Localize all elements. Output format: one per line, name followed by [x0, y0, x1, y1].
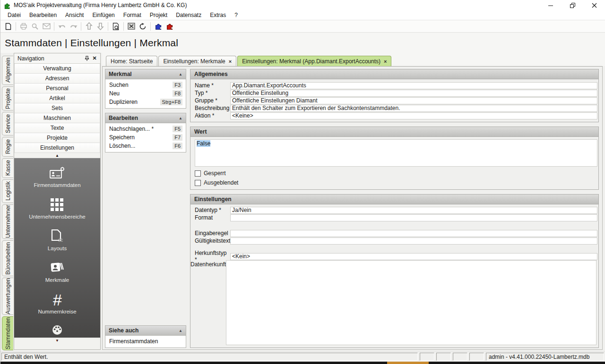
- document-tab-bar: Home: Startseite Einstellungen: Merkmale…: [102, 53, 605, 66]
- module-tab-kasse[interactable]: Kasse: [2, 158, 13, 178]
- panel-spacer: [105, 157, 186, 325]
- datentyp-field[interactable]: Ja/Nein: [230, 207, 597, 214]
- nav-item-firmenstammdaten[interactable]: Firmenstammdaten: [34, 166, 80, 197]
- print-preview-icon[interactable]: [29, 21, 41, 32]
- nav-button-einstellungen[interactable]: Einstellungen: [14, 143, 100, 153]
- undo-icon[interactable]: [56, 21, 68, 32]
- action-neu[interactable]: Neu F8: [105, 89, 186, 98]
- action-group-merkmal: Merkmal ▲ Suchen F3 Neu F8 Duplizieren S…: [105, 69, 186, 109]
- close-panel-icon[interactable]: ✕: [91, 55, 98, 62]
- nav-button-sets[interactable]: Sets: [14, 103, 100, 113]
- group-header[interactable]: Merkmal ▲: [105, 69, 186, 79]
- nav-button-adressen[interactable]: Adressen: [14, 74, 100, 84]
- beschreibung-field[interactable]: Enthält den Schalter zum Exportieren der…: [230, 105, 597, 112]
- ausgeblendet-checkbox[interactable]: [195, 180, 201, 186]
- group-header[interactable]: Siehe auch ▲: [105, 326, 186, 336]
- tab-close-icon[interactable]: ×: [229, 59, 232, 64]
- menu-format[interactable]: Format: [119, 11, 146, 19]
- menu-bearbeiten[interactable]: Bearbeiten: [25, 11, 61, 19]
- plugin-red-icon[interactable]: [164, 21, 175, 32]
- tab-close-icon[interactable]: ×: [384, 59, 387, 64]
- scroll-down-button[interactable]: ▼: [14, 338, 100, 343]
- group-header[interactable]: Bearbeiten ▲: [105, 113, 186, 123]
- module-tab-unternehmer[interactable]: Unternehmer: [2, 204, 13, 239]
- shortcut-badge: F5: [173, 126, 182, 132]
- menu-einfuegen[interactable]: Einfügen: [88, 11, 119, 19]
- module-tab-regie[interactable]: Regie: [2, 137, 13, 157]
- nav-button-projekte[interactable]: Projekte: [14, 133, 100, 143]
- nav-button-texte[interactable]: Texte: [14, 123, 100, 133]
- collapse-icon[interactable]: ▲: [179, 116, 182, 120]
- action-speichern[interactable]: Speichern F7: [105, 133, 186, 142]
- nav-button-verwaltung[interactable]: Verwaltung: [14, 64, 100, 74]
- tab-page: Merkmal ▲ Suchen F3 Neu F8 Duplizieren S…: [102, 66, 603, 350]
- action-suchen[interactable]: Suchen F3: [105, 81, 186, 89]
- nav-button-maschinen[interactable]: Maschinen: [14, 113, 100, 123]
- restore-button[interactable]: [562, 0, 583, 10]
- eingaberegel-field[interactable]: [230, 230, 597, 237]
- gesperrt-checkbox[interactable]: [195, 170, 201, 177]
- collapse-icon[interactable]: ▲: [179, 72, 182, 76]
- move-up-icon[interactable]: [83, 21, 95, 32]
- action-duplizieren[interactable]: Duplizieren Strg+F8: [105, 98, 186, 106]
- status-bar: Enthält den Wert. admin - v4.41.000.2245…: [0, 351, 605, 362]
- nav-button-personal[interactable]: Personal: [14, 84, 100, 93]
- field-label-datentyp: Datentyp *: [190, 207, 230, 213]
- menu-projekt[interactable]: Projekt: [146, 11, 172, 19]
- nav-item-merkmale[interactable]: Merkmale: [45, 261, 69, 292]
- herkunftstyp-field[interactable]: <Kein>: [230, 253, 597, 260]
- nav-item-unternehmensbereiche[interactable]: Unternehmensbereiche: [29, 197, 86, 229]
- move-down-icon[interactable]: [95, 21, 106, 32]
- nav-button-artikel[interactable]: Artikel: [14, 93, 100, 103]
- wert-textarea[interactable]: False: [195, 139, 597, 167]
- module-tab-auswertungen[interactable]: Auswertungen: [2, 278, 13, 315]
- menu-ansicht[interactable]: Ansicht: [61, 11, 88, 19]
- menu-extras[interactable]: Extras: [206, 11, 230, 19]
- section-einstellungen: Einstellungen Datentyp * Ja/Nein Format …: [190, 194, 599, 348]
- datenherkunft-field[interactable]: [226, 260, 596, 345]
- aktion-field[interactable]: <Keine>: [230, 112, 597, 119]
- section-header: Wert: [190, 127, 598, 137]
- module-tab-logistik[interactable]: Logistik: [2, 179, 13, 203]
- plugin-blue-icon[interactable]: [153, 21, 164, 32]
- menu-help[interactable]: ?: [230, 11, 242, 19]
- print-icon[interactable]: [18, 21, 29, 32]
- table-icon[interactable]: [126, 21, 137, 32]
- tab-einstellungen-merkmal-active[interactable]: Einstellungen: Merkmal (App.Diamant.Expo…: [237, 56, 391, 66]
- module-tab-service[interactable]: Service: [2, 112, 13, 135]
- mail-icon[interactable]: [41, 21, 52, 32]
- pin-icon[interactable]: [83, 55, 91, 62]
- tab-home-startseite[interactable]: Home: Startseite: [106, 56, 157, 66]
- redo-icon[interactable]: [68, 21, 79, 32]
- ausgeblendet-label: Ausgeblendet: [204, 179, 238, 186]
- format-field[interactable]: [230, 214, 597, 221]
- lookup-document-icon[interactable]: [110, 21, 121, 32]
- module-tab-projekte[interactable]: Projekte: [2, 86, 13, 111]
- action-nachschlagen[interactable]: Nachschlagen... * F5: [105, 125, 186, 133]
- nav-item-layouts[interactable]: Layouts: [48, 229, 67, 261]
- close-button[interactable]: [583, 0, 605, 10]
- name-field[interactable]: App.Diamant.ExportAccounts: [230, 82, 597, 89]
- gesperrt-label: Gesperrt: [204, 170, 226, 177]
- module-tab-allgemein[interactable]: Allgemein: [2, 56, 13, 85]
- module-tab-bueroarbeiten[interactable]: Büroarbeiten: [2, 240, 13, 276]
- section-header: Einstellungen: [190, 195, 598, 204]
- action-loeschen[interactable]: Löschen... F6: [105, 142, 186, 150]
- app-puzzle-icon: [4, 2, 11, 9]
- collapse-icon[interactable]: ▲: [179, 329, 182, 333]
- new-document-icon[interactable]: [2, 21, 14, 32]
- navigation-title: Navigation: [17, 55, 83, 62]
- nav-item-more[interactable]: [49, 324, 65, 336]
- gueltigkeitstext-field[interactable]: [230, 237, 597, 245]
- nav-item-nummernkreise[interactable]: # Nummernkreise: [38, 292, 76, 324]
- menu-datei[interactable]: Datei: [3, 11, 25, 19]
- scroll-up-button[interactable]: ▲: [14, 153, 100, 158]
- module-tab-stammdaten[interactable]: Stammdaten: [2, 316, 13, 350]
- typ-field[interactable]: Öffentliche Einstellung: [230, 90, 597, 97]
- refresh-icon[interactable]: [137, 21, 148, 32]
- action-firmenstammdaten-link[interactable]: Firmenstammdaten: [105, 337, 186, 346]
- minimize-button[interactable]: [540, 0, 562, 10]
- tab-einstellungen-merkmale[interactable]: Einstellungen: Merkmale ×: [158, 56, 236, 66]
- gruppe-field[interactable]: Öffentliche Einstellungen Diamant: [230, 97, 597, 104]
- menu-datensatz[interactable]: Datensatz: [172, 11, 206, 19]
